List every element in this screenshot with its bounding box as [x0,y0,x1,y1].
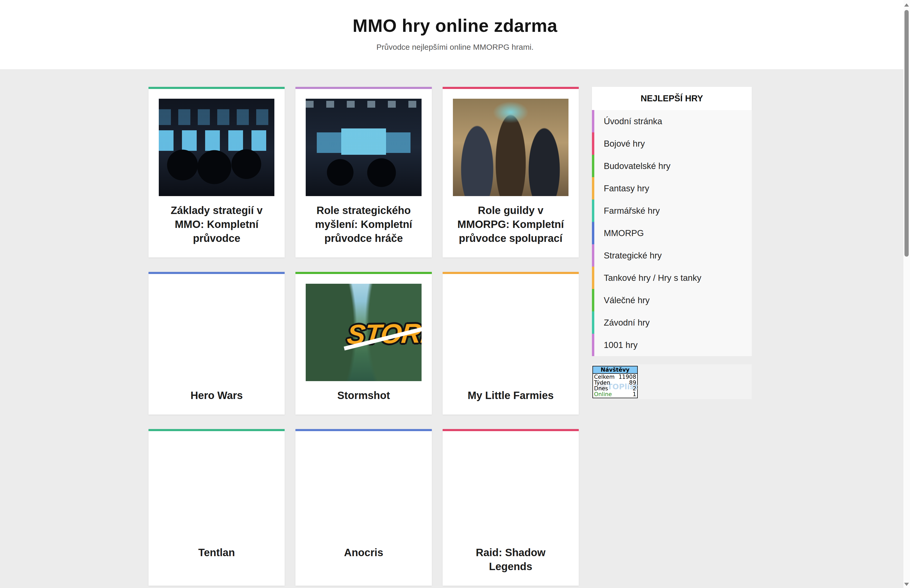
menu-item-accent-strip [592,334,594,356]
article-image [453,99,569,196]
visit-counter-title: Návštěvy [593,367,637,374]
sidebar-menu-item[interactable]: MMORPG [592,222,752,244]
article-title[interactable]: Tentlan [159,546,274,560]
articles-grid: Základy strategií v MMO: Kompletní průvo… [149,87,579,586]
scrollbar-thumb[interactable] [905,10,909,257]
sidebar-menu-item[interactable]: Budovatelské hry [592,155,752,177]
menu-item-accent-strip [592,110,594,132]
visit-counter-row-value: 11908 [619,374,636,380]
menu-item-label: MMORPG [592,228,644,238]
article-card[interactable]: Základy strategií v MMO: Kompletní průvo… [149,87,284,257]
visit-counter-row-value: 2 [633,386,636,391]
visit-counter-row: Celkem 11908 [594,374,636,380]
sidebar-menu-item[interactable]: Úvodní stránka [592,110,752,132]
article-title[interactable]: My Little Farmies [453,388,569,402]
menu-item-label: Budovatelské hry [592,161,671,171]
scrollbar[interactable] [904,0,910,588]
article-image [159,99,274,196]
article-card[interactable]: STORMSHOT Stormshot [296,272,432,415]
sidebar-menu-item[interactable]: Farmářské hry [592,200,752,222]
article-title[interactable]: Základy strategií v MMO: Kompletní průvo… [159,204,274,245]
menu-item-accent-strip [592,132,594,155]
article-title[interactable]: Hero Wars [159,388,274,402]
menu-item-accent-strip [592,200,594,222]
visit-counter-row-label: Celkem [594,374,614,380]
article-card[interactable]: Role guildy v MMORPG: Kompletní průvodce… [443,87,579,257]
sidebar-menu: Úvodní stránka Bojové hry Budovatelské h… [592,110,752,356]
menu-item-accent-strip [592,311,594,334]
scrollbar-up-arrow-icon[interactable] [904,3,909,6]
menu-item-label: Farmářské hry [592,206,660,216]
menu-item-label: Úvodní stránka [592,116,662,126]
visit-counter-row-value: 1 [633,391,636,397]
article-card[interactable]: Role strategického myšlení: Kompletní pr… [296,87,432,257]
menu-item-accent-strip [592,289,594,311]
article-title[interactable]: Stormshot [306,388,421,402]
content-layout: Základy strategií v MMO: Kompletní průvo… [149,87,752,586]
visit-counter-row-label: Dnes [594,386,608,391]
menu-item-accent-strip [592,267,594,289]
visit-counter-row: Online 1 [594,391,636,397]
article-title[interactable]: Anocris [306,546,421,560]
sidebar-header: NEJLEPŠÍ HRY [592,87,752,110]
sidebar-menu-item[interactable]: Závodní hry [592,311,752,334]
article-image [453,284,569,381]
article-card[interactable]: Anocris [296,429,432,586]
sidebar: NEJLEPŠÍ HRY Úvodní stránka Bojové hry B… [592,87,752,399]
article-card[interactable]: Raid: Shadow Legends [443,429,579,586]
sidebar-menu-item[interactable]: Tankové hry / Hry s tanky [592,267,752,289]
visit-counter-rows: Celkem 11908 Týden 89 Dnes 2 Online 1 [594,374,636,397]
visit-counter-widget[interactable]: Návštěvy TOPlist Celkem 11908 Týden 89 D… [592,366,638,398]
article-image [306,99,421,196]
page-subtitle: Průvodce nejlepšími online MMORPG hrami. [0,43,910,52]
menu-item-accent-strip [592,177,594,200]
article-image: STORMSHOT [306,284,421,381]
visit-counter-row-label: Online [594,391,612,397]
article-image [306,441,421,538]
menu-item-accent-strip [592,244,594,267]
visit-counter-wrap: Návštěvy TOPlist Celkem 11908 Týden 89 D… [592,364,752,399]
sidebar-menu-item[interactable]: Fantasy hry [592,177,752,200]
visit-counter-row: Dnes 2 [594,386,636,391]
article-card[interactable]: Hero Wars [149,272,284,415]
menu-item-label: Strategické hry [592,250,662,260]
scrollbar-down-arrow-icon[interactable] [904,583,909,586]
menu-item-label: 1001 hry [592,340,637,350]
sidebar-menu-item[interactable]: Válečné hry [592,289,752,311]
menu-item-label: Tankové hry / Hry s tanky [592,273,701,283]
visit-counter-row-value: 89 [629,380,636,386]
article-image [453,441,569,538]
article-title[interactable]: Role strategického myšlení: Kompletní pr… [306,204,421,245]
menu-item-label: Fantasy hry [592,183,649,194]
menu-item-label: Bojové hry [592,139,645,149]
sidebar-menu-item[interactable]: Bojové hry [592,132,752,155]
article-title[interactable]: Role guildy v MMORPG: Kompletní průvodce… [453,204,569,245]
menu-item-accent-strip [592,155,594,177]
visit-counter-row: Týden 89 [594,380,636,386]
article-card[interactable]: My Little Farmies [443,272,579,415]
article-title[interactable]: Raid: Shadow Legends [453,546,569,573]
visit-counter-body: TOPlist Celkem 11908 Týden 89 Dnes 2 Onl… [593,374,637,398]
article-image [159,284,274,381]
article-card[interactable]: Tentlan [149,429,284,586]
page-title: MMO hry online zdarma [0,15,910,36]
visit-counter-row-label: Týden [594,380,610,386]
menu-item-accent-strip [592,222,594,244]
menu-item-label: Závodní hry [592,318,650,328]
sidebar-menu-item[interactable]: Strategické hry [592,244,752,267]
sidebar-menu-item[interactable]: 1001 hry [592,334,752,356]
site-header: MMO hry online zdarma Průvodce nejlepším… [0,0,910,69]
article-image [159,441,274,538]
menu-item-label: Válečné hry [592,295,650,305]
